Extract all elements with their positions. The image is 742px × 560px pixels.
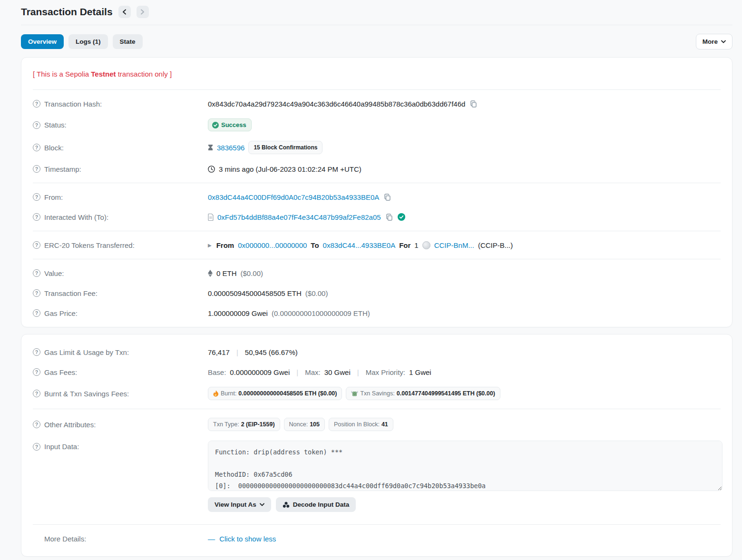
cubes-icon — [283, 501, 290, 508]
interacted-with-row: ? Interacted With (To): 0xFd57b4ddBf88a4… — [33, 207, 721, 227]
gas-limit-value: 76,417 — [208, 348, 230, 356]
help-circle-icon[interactable]: ? — [33, 368, 40, 376]
help-circle-icon[interactable]: ? — [33, 100, 40, 108]
copy-to-address-button[interactable] — [385, 214, 394, 221]
help-circle-icon[interactable]: ? — [33, 289, 40, 297]
contract-file-icon — [208, 214, 214, 221]
max-priority-fee-value: 1 Gwei — [409, 368, 431, 376]
copy-icon — [470, 100, 477, 108]
transaction-hash-value: 0x843dc70a4a29d79234c49a904c363d6c46640a… — [208, 100, 465, 108]
more-dropdown-button[interactable]: More — [696, 34, 732, 49]
txn-savings-badge: Txn Savings: 0.001477404999541495 ETH ($… — [346, 387, 500, 400]
help-circle-icon[interactable]: ? — [33, 121, 40, 129]
token-logo-icon — [422, 241, 430, 249]
txn-savings-value: 0.001477404999541495 ETH ($0.00) — [397, 390, 495, 397]
tab-overview[interactable]: Overview — [21, 34, 64, 49]
block-number-link[interactable]: 3836596 — [217, 144, 244, 152]
burnt-savings-label: Burnt & Txn Savings Fees: — [44, 390, 129, 398]
input-data-textarea[interactable]: Function: drip(address token) *** Method… — [208, 441, 722, 491]
chevron-down-icon — [260, 503, 264, 506]
position-in-block-label: Position In Block: — [334, 421, 380, 428]
from-address-link[interactable]: 0x83dC44a4C00DFf69d0A0c7c94B20b53a4933BE… — [208, 193, 379, 201]
value-label: Value: — [44, 269, 64, 277]
help-circle-icon[interactable]: ? — [33, 165, 40, 173]
show-less-text: Click to show less — [219, 535, 276, 543]
erc20-transfers-row: ? ERC-20 Tokens Transferred: ▶ From 0x00… — [33, 235, 721, 255]
tab-bar: Overview Logs (1) State More — [21, 25, 732, 57]
copy-from-address-button[interactable] — [383, 194, 392, 201]
chevron-down-icon — [721, 40, 726, 43]
copy-hash-button[interactable] — [469, 100, 478, 108]
chevron-left-icon — [122, 9, 127, 15]
tab-logs[interactable]: Logs (1) — [68, 34, 108, 49]
divider — [33, 409, 721, 409]
gas-limit-label: Gas Limit & Usage by Txn: — [44, 348, 129, 356]
chevron-right-icon — [140, 9, 145, 15]
gas-price-row: ? Gas Price: 1.000000009 Gwei (0.0000000… — [33, 303, 721, 323]
help-circle-icon[interactable]: ? — [33, 269, 40, 277]
erc20-to-address-link[interactable]: 0x83dC44...4933BE0A — [323, 241, 396, 249]
help-circle-icon[interactable]: ? — [33, 144, 40, 151]
base-fee-value: 0.000000009 Gwei — [230, 368, 290, 376]
help-circle-icon[interactable]: ? — [33, 421, 40, 428]
tab-state[interactable]: State — [113, 34, 143, 49]
help-circle-icon[interactable]: ? — [33, 193, 40, 201]
view-input-as-label: View Input As — [215, 501, 256, 508]
burnt-savings-row: ? Burnt & Txn Savings Fees: Burnt: 0.000… — [33, 382, 721, 405]
status-row: ? Status: Success — [33, 114, 721, 136]
separator: | — [293, 368, 301, 376]
caret-right-icon: ▶ — [208, 243, 213, 248]
other-attributes-row: ? Other Attributes: Txn Type: 2 (EIP-155… — [33, 413, 721, 436]
help-circle-icon[interactable]: ? — [33, 241, 40, 249]
nonce-value: 105 — [310, 421, 320, 428]
txn-type-badge: Txn Type: 2 (EIP-1559) — [208, 418, 280, 431]
status-badge: Success — [208, 118, 252, 131]
help-circle-icon[interactable]: ? — [33, 443, 40, 451]
gas-fees-row: ? Gas Fees: Base: 0.000000009 Gwei | Max… — [33, 362, 721, 382]
decode-input-data-label: Decode Input Data — [293, 501, 350, 508]
gas-price-value: 1.000000009 Gwei — [208, 309, 268, 317]
max-fee-label: Max: — [305, 368, 321, 376]
page-title: Transaction Details — [21, 6, 113, 18]
copy-icon — [386, 214, 393, 221]
decode-input-data-button[interactable]: Decode Input Data — [276, 497, 356, 512]
help-circle-icon[interactable]: ? — [33, 213, 40, 221]
transaction-hash-row: ? Transaction Hash: 0x843dc70a4a29d79234… — [33, 94, 721, 114]
base-fee-label: Base: — [208, 368, 226, 376]
help-circle-icon[interactable]: ? — [33, 348, 40, 356]
to-address-link[interactable]: 0xFd57b4ddBf88a4e07fF4e34C487b99af2Fe82a… — [217, 213, 381, 221]
transaction-fee-value: 0.000050945000458505 ETH — [208, 289, 302, 297]
prev-transaction-button[interactable] — [118, 6, 131, 18]
burnt-title: Burnt: — [221, 390, 236, 397]
value-row: ? Value: 0 ETH ($0.00) — [33, 263, 721, 283]
fire-icon — [213, 390, 219, 397]
transaction-fee-label: Transaction Fee: — [44, 289, 98, 297]
timestamp-label: Timestamp: — [44, 165, 81, 173]
erc20-token-link[interactable]: CCIP-BnM... — [434, 241, 474, 249]
testnet-notice-bold: Testnet — [91, 70, 116, 78]
txn-type-label: Txn Type: — [213, 421, 239, 428]
txn-type-value: 2 (EIP-1559) — [241, 421, 275, 428]
overview-card: [ This is a Sepolia Testnet transaction … — [21, 57, 732, 327]
erc20-from-address-link[interactable]: 0x000000...00000000 — [238, 241, 307, 249]
transaction-details-page: Transaction Details Overview Logs (1) St… — [0, 0, 742, 557]
check-circle-icon — [212, 122, 219, 128]
next-transaction-button[interactable] — [137, 6, 149, 18]
help-circle-icon[interactable]: ? — [33, 309, 40, 317]
divider — [33, 259, 721, 259]
separator: | — [234, 348, 241, 356]
erc20-token-symbol: (CCIP-B...) — [478, 241, 513, 249]
input-data-label: Input Data: — [44, 442, 79, 451]
value-amount: 0 ETH — [216, 269, 237, 277]
testnet-notice-prefix: [ This is a Sepolia — [33, 70, 91, 78]
view-input-as-button[interactable]: View Input As — [208, 497, 271, 512]
gas-price-eth: (0.000000001000000009 ETH) — [272, 309, 370, 317]
help-circle-icon[interactable]: ? — [33, 390, 40, 397]
position-in-block-value: 41 — [381, 421, 388, 428]
show-less-link[interactable]: — Click to show less — [208, 535, 276, 543]
divider — [33, 183, 721, 183]
erc20-to-word: To — [311, 241, 319, 249]
value-usd: ($0.00) — [241, 269, 264, 277]
nonce-label: Nonce: — [289, 421, 308, 428]
timestamp-value: 3 mins ago (Jul-06-2023 01:02:24 PM +UTC… — [219, 165, 361, 173]
